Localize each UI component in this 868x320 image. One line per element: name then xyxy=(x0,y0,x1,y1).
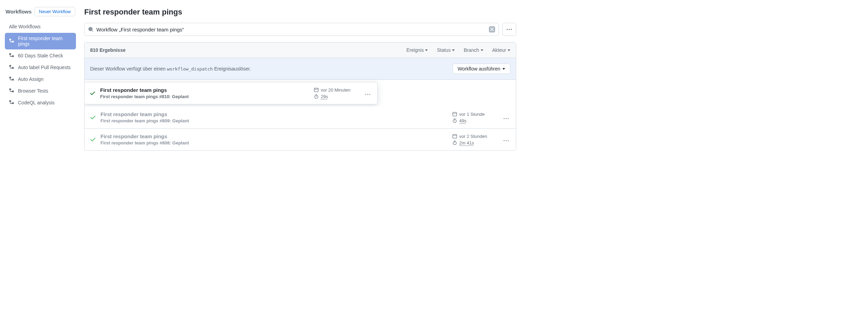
stopwatch-icon xyxy=(314,94,319,99)
run-duration: 2m 41s xyxy=(459,140,474,145)
dispatch-text: Dieser Workflow verfügt über einen workf… xyxy=(90,66,251,72)
run-title: First responder team pings xyxy=(100,111,272,117)
filter-label: Branch xyxy=(464,47,479,53)
kebab-horizontal-icon xyxy=(507,29,512,30)
check-icon xyxy=(90,115,96,120)
clear-search-button[interactable] xyxy=(489,26,495,32)
sidebar-item-label: Auto label Pull Requests xyxy=(18,65,71,70)
check-icon xyxy=(90,91,95,96)
svg-point-1 xyxy=(509,29,510,30)
run-meta: vor 20 Minuten 29s xyxy=(314,87,359,99)
workflow-icon xyxy=(9,100,15,105)
run-subtitle: First responder team pings #810: Geplant xyxy=(100,94,309,99)
calendar-icon xyxy=(314,87,319,92)
svg-rect-11 xyxy=(453,112,456,116)
sidebar-all-label: Alle Workflows xyxy=(9,24,41,29)
run-actions-button[interactable] xyxy=(502,113,510,122)
page-title: First responder team pings xyxy=(84,8,516,17)
filter-actor[interactable]: Akteur xyxy=(492,47,510,53)
run-time: vor 2 Stunden xyxy=(459,134,487,139)
svg-point-26 xyxy=(508,140,509,141)
dispatch-suffix: Ereignisauslöser. xyxy=(213,66,251,72)
run-duration: 29s xyxy=(321,94,328,99)
svg-point-25 xyxy=(505,140,507,141)
dispatch-prefix: Dieser Workflow verfügt über einen xyxy=(90,66,167,72)
runs-table: 810 Ergebnisse Ereignis Status Branch Ak… xyxy=(84,42,516,151)
filter-status[interactable]: Status xyxy=(437,47,455,53)
filter-label: Akteur xyxy=(492,47,506,53)
svg-point-0 xyxy=(507,29,508,30)
svg-rect-19 xyxy=(453,134,456,138)
run-row[interactable]: First responder team pings First respond… xyxy=(85,106,516,129)
run-time: vor 1 Stunde xyxy=(459,112,485,117)
sidebar-item-label: Auto Assign xyxy=(18,76,44,82)
search-icon xyxy=(88,27,94,32)
run-actions-button[interactable] xyxy=(502,135,510,144)
new-workflow-button[interactable]: Neuer Workflow xyxy=(35,7,75,16)
run-row[interactable]: First responder team pings First respond… xyxy=(85,129,516,150)
sidebar-item-label: First responder team pings xyxy=(18,36,72,47)
run-title: First responder team pings xyxy=(100,87,309,93)
check-icon xyxy=(90,137,96,142)
kebab-horizontal-icon xyxy=(503,118,509,119)
workflow-icon xyxy=(9,38,15,44)
run-subtitle: First responder team pings #809: Geplant xyxy=(100,118,272,123)
svg-point-16 xyxy=(503,118,504,119)
stopwatch-icon xyxy=(452,140,457,145)
svg-point-10 xyxy=(369,94,370,95)
svg-point-18 xyxy=(508,118,509,119)
sidebar-item-auto-assign[interactable]: Auto Assign xyxy=(5,74,76,85)
workflow-icon xyxy=(9,76,15,82)
caret-down-icon xyxy=(425,49,428,51)
dispatch-banner: Dieser Workflow verfügt über einen workf… xyxy=(85,58,516,80)
run-workflow-label: Workflow ausführen xyxy=(458,66,500,72)
svg-point-24 xyxy=(503,140,504,141)
svg-rect-3 xyxy=(314,88,318,92)
filter-event[interactable]: Ereignis xyxy=(406,47,428,53)
run-duration: 49s xyxy=(459,118,466,123)
table-header: 810 Ergebnisse Ereignis Status Branch Ak… xyxy=(85,43,516,58)
run-title: First responder team pings xyxy=(100,133,272,139)
sidebar-item-label: Browser Tests xyxy=(18,88,48,94)
caret-down-icon xyxy=(452,49,455,51)
filter-branch[interactable]: Branch xyxy=(464,47,483,53)
svg-point-2 xyxy=(511,29,512,30)
x-icon xyxy=(490,28,494,31)
run-workflow-button[interactable]: Workflow ausführen xyxy=(453,64,510,74)
calendar-icon xyxy=(452,134,457,139)
sidebar-item-label: 60 Days Stale Check xyxy=(18,53,63,58)
sidebar-item-codeql[interactable]: CodeQL analysis xyxy=(5,97,76,108)
main-content: First responder team pings 810 Ergebniss… xyxy=(84,7,516,151)
sidebar-item-stale-check[interactable]: 60 Days Stale Check xyxy=(5,50,76,61)
calendar-icon xyxy=(452,112,457,116)
sidebar-all-workflows[interactable]: Alle Workflows xyxy=(5,21,76,32)
workflow-icon xyxy=(9,65,15,70)
run-time: vor 20 Minuten xyxy=(321,87,350,93)
stopwatch-icon xyxy=(452,118,457,123)
run-subtitle: First responder team pings #808: Geplant xyxy=(100,140,272,145)
run-row[interactable]: First responder team pings First respond… xyxy=(84,82,378,104)
sidebar-item-browser-tests[interactable]: Browser Tests xyxy=(5,85,76,96)
sidebar-item-first-responder[interactable]: First responder team pings xyxy=(5,33,76,49)
sidebar-title: Workflows xyxy=(6,9,32,15)
filter-label: Status xyxy=(437,47,451,53)
sidebar-item-auto-label[interactable]: Auto label Pull Requests xyxy=(5,62,76,73)
run-meta: vor 1 Stunde 49s xyxy=(452,112,497,123)
run-actions-button[interactable] xyxy=(364,89,372,97)
kebab-horizontal-icon xyxy=(365,94,370,95)
caret-down-icon xyxy=(481,49,483,51)
caret-down-icon xyxy=(502,68,505,70)
kebab-horizontal-icon xyxy=(503,140,509,141)
caret-down-icon xyxy=(508,49,510,51)
search-input[interactable] xyxy=(96,27,486,32)
svg-point-17 xyxy=(505,118,507,119)
dispatch-code: workflow_dispatch xyxy=(167,66,213,72)
workflow-icon xyxy=(9,53,15,58)
search-box[interactable] xyxy=(84,23,499,36)
run-meta: vor 2 Stunden 2m 41s xyxy=(452,134,497,145)
svg-point-8 xyxy=(365,94,366,95)
sidebar-item-label: CodeQL analysis xyxy=(18,100,55,105)
sidebar: Workflows Neuer Workflow Alle Workflows … xyxy=(5,7,76,151)
more-options-button[interactable] xyxy=(502,23,516,36)
workflow-icon xyxy=(9,88,15,94)
